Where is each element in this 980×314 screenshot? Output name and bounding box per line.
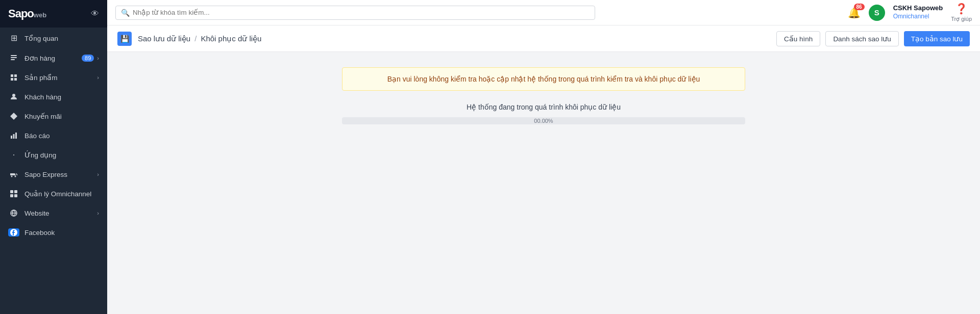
- status-text: Hệ thống đang trong quá trình khôi phục …: [467, 103, 621, 111]
- user-role: Omnichannel: [893, 13, 943, 21]
- content-body: Bạn vui lòng không kiểm tra hoặc cập nhậ…: [107, 52, 980, 140]
- chevron-icon-sapo-express: ›: [97, 171, 99, 177]
- user-info: CSKH Sapoweb Omnichannel: [893, 4, 943, 20]
- warning-text: Bạn vui lòng không kiểm tra hoặc cập nhậ…: [387, 75, 700, 83]
- sidebar-item-label-tong-quan: Tổng quan: [24, 34, 99, 42]
- svg-point-9: [15, 176, 16, 177]
- status-section: Hệ thống đang trong quá trình khôi phục …: [342, 103, 745, 124]
- logo-sapo: Sapo: [8, 7, 34, 20]
- sidebar-badge-don-hang: 89: [82, 55, 94, 62]
- logo-web: web: [34, 11, 46, 19]
- search-input[interactable]: [133, 9, 590, 16]
- khach-hang-icon: [8, 93, 19, 101]
- svg-rect-6: [15, 133, 17, 139]
- help-button[interactable]: ❓ Trợ giúp: [951, 3, 972, 22]
- sidebar: Sapo web 👁 ⊞Tổng quanĐơn hàng89›Sản phẩm…: [0, 0, 107, 314]
- svg-rect-11: [14, 190, 17, 193]
- breadcrumb: Sao lưu dữ liệu / Khôi phục dữ liệu: [138, 34, 261, 43]
- sidebar-item-label-khuyen-mai: Khuyến mãi: [24, 112, 99, 120]
- svg-point-8: [11, 176, 13, 177]
- progress-bar-container: 00.00%: [342, 117, 745, 124]
- svg-point-3: [12, 94, 15, 97]
- help-label: Trợ giúp: [951, 16, 972, 22]
- sidebar-item-khuyen-mai[interactable]: Khuyến mãi: [0, 107, 107, 126]
- chevron-icon-website: ›: [97, 210, 99, 216]
- logo: Sapo web: [8, 7, 46, 20]
- notification-button[interactable]: 🔔 86: [848, 7, 861, 19]
- sidebar-item-label-website: Website: [24, 210, 97, 217]
- svg-rect-13: [14, 194, 17, 197]
- svg-rect-12: [10, 194, 13, 197]
- bao-cao-icon: [8, 132, 19, 140]
- breadcrumb-parent: Sao lưu dữ liệu: [138, 34, 190, 43]
- sidebar-item-bao-cao[interactable]: Báo cáo: [0, 126, 107, 145]
- user-name: CSKH Sapoweb: [893, 4, 943, 13]
- chevron-icon-san-pham: ›: [97, 74, 99, 81]
- config-button[interactable]: Cấu hình: [776, 31, 820, 46]
- svg-rect-5: [13, 134, 15, 139]
- create-backup-button[interactable]: Tạo bản sao lưu: [904, 31, 970, 46]
- sidebar-item-website[interactable]: Website›: [0, 203, 107, 223]
- facebook-icon: [8, 228, 19, 237]
- sidebar-item-facebook[interactable]: Facebook: [0, 223, 107, 242]
- sidebar-item-san-pham[interactable]: Sản phẩm›: [0, 68, 107, 87]
- content-area: 💾 Sao lưu dữ liệu / Khôi phục dữ liệu Cấ…: [107, 25, 980, 314]
- avatar[interactable]: S: [869, 5, 885, 21]
- sidebar-item-label-don-hang: Đơn hàng: [24, 54, 82, 62]
- warning-banner: Bạn vui lòng không kiểm tra hoặc cập nhậ…: [342, 67, 745, 91]
- tong-quan-icon: ⊞: [8, 33, 19, 43]
- progress-label: 00.00%: [534, 118, 553, 124]
- sidebar-item-sapo-express[interactable]: Sapo Express›: [0, 165, 107, 184]
- sidebar-nav: ⊞Tổng quanĐơn hàng89›Sản phẩm›Khách hàng…: [0, 28, 107, 242]
- sidebar-item-label-quan-ly-omnichannel: Quản lý Omnichannel: [24, 190, 99, 198]
- sidebar-item-quan-ly-omnichannel[interactable]: Quản lý Omnichannel: [0, 184, 107, 203]
- help-icon: ❓: [955, 3, 968, 15]
- sidebar-item-khach-hang[interactable]: Khách hàng: [0, 87, 107, 107]
- backup-list-button[interactable]: Danh sách sao lưu: [825, 31, 898, 46]
- svg-point-7: [13, 154, 14, 155]
- eye-icon[interactable]: 👁: [91, 9, 99, 18]
- sidebar-item-label-sapo-express: Sapo Express: [24, 171, 97, 178]
- topbar: 🔍 🔔 86 S CSKH Sapoweb Omnichannel ❓ Trợ …: [107, 0, 980, 25]
- khuyen-mai-icon: [8, 112, 19, 120]
- ung-dung-icon: [8, 151, 19, 159]
- search-box[interactable]: 🔍: [115, 6, 595, 20]
- breadcrumb-separator: /: [194, 34, 197, 43]
- san-pham-icon: [8, 73, 19, 82]
- chevron-icon-don-hang: ›: [97, 55, 99, 61]
- svg-rect-4: [11, 136, 12, 139]
- sidebar-item-label-bao-cao: Báo cáo: [24, 132, 99, 140]
- svg-rect-1: [11, 57, 17, 58]
- sidebar-item-don-hang[interactable]: Đơn hàng89›: [0, 48, 107, 68]
- svg-rect-2: [11, 59, 15, 60]
- svg-rect-10: [10, 190, 13, 193]
- search-icon: 🔍: [121, 9, 130, 17]
- page-actions: Cấu hình Danh sách sao lưu Tạo bản sao l…: [776, 31, 970, 46]
- page-header: 💾 Sao lưu dữ liệu / Khôi phục dữ liệu Cấ…: [107, 25, 980, 52]
- sidebar-item-label-ung-dung: Ứng dụng: [24, 151, 99, 159]
- page-header-icon: 💾: [117, 32, 132, 46]
- svg-rect-0: [11, 55, 17, 56]
- topbar-right: 🔔 86 S CSKH Sapoweb Omnichannel ❓ Trợ gi…: [848, 3, 972, 22]
- main-area: 🔍 🔔 86 S CSKH Sapoweb Omnichannel ❓ Trợ …: [107, 0, 980, 314]
- notification-badge: 86: [854, 4, 865, 10]
- sidebar-item-tong-quan[interactable]: ⊞Tổng quan: [0, 28, 107, 48]
- sidebar-item-ung-dung[interactable]: Ứng dụng: [0, 145, 107, 165]
- sidebar-item-label-khach-hang: Khách hàng: [24, 93, 99, 101]
- don-hang-icon: [8, 54, 19, 62]
- sapo-express-icon: [8, 170, 19, 178]
- sidebar-item-label-san-pham: Sản phẩm: [24, 73, 97, 82]
- sidebar-item-label-facebook: Facebook: [24, 229, 99, 237]
- breadcrumb-current: Khôi phục dữ liệu: [201, 34, 261, 43]
- sidebar-logo: Sapo web 👁: [0, 0, 107, 28]
- website-icon: [8, 209, 19, 217]
- quan-ly-omnichannel-icon: [8, 190, 19, 198]
